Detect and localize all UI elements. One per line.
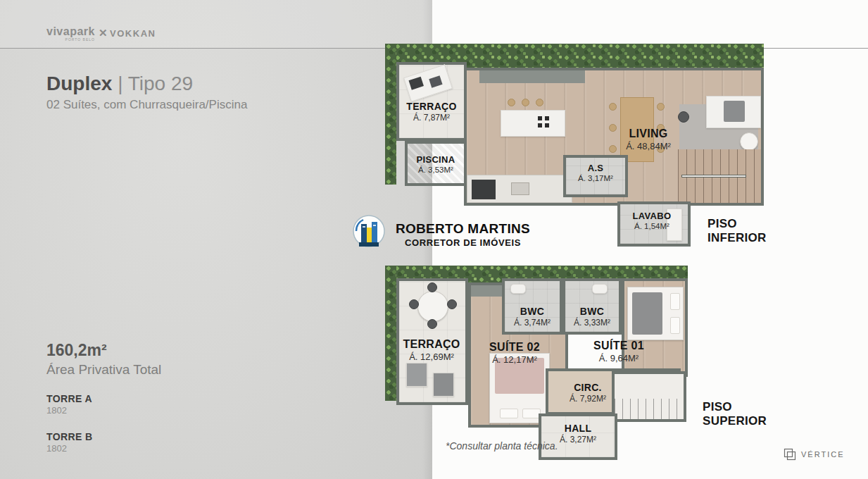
page-title-rest: | Tipo 29: [112, 73, 193, 94]
label-bwc-2: BWC Á. 3,33M²: [562, 306, 622, 328]
label-circ: CIRC. Á. 7,92M²: [553, 382, 623, 404]
vokkan-logo: ✕ VOKKAN: [99, 27, 156, 39]
bed-suite-01: [627, 287, 684, 340]
label-hall: HALL Á. 3,27M²: [539, 423, 617, 444]
staircase-inferior: [678, 149, 761, 203]
vokkan-logo-text: VOKKAN: [110, 28, 156, 39]
planter-strip-left: [385, 44, 396, 185]
private-area-label: Área Privativa Total: [46, 362, 161, 378]
label-terraco-superior: TERRAÇO Á. 12,69M²: [392, 339, 471, 362]
label-bwc-1: BWC Á. 3,74M²: [502, 306, 562, 328]
toilet: [592, 284, 608, 294]
lounge-chair: [406, 363, 427, 387]
armchair: [678, 111, 689, 123]
page-title: Duplex | Tipo 29: [46, 73, 247, 95]
sofa: [706, 96, 761, 128]
lounge-chair: [433, 373, 454, 397]
label-lavabo: LAVABO Á. 1,54M²: [613, 211, 691, 230]
side-table: [740, 132, 758, 151]
page-subtitle: 02 Suítes, com Churrasqueira/Piscina: [46, 98, 247, 112]
stool: [508, 99, 515, 106]
tower-b-name: TORRE B: [46, 431, 161, 442]
page-title-main: Duplex: [46, 73, 112, 94]
label-living: LIVING Á. 48,84M²: [596, 128, 700, 151]
lounger-furniture: [403, 64, 453, 101]
kitchen-counter-top: [479, 70, 585, 83]
vokkan-x-icon: ✕: [99, 27, 108, 39]
stool: [536, 99, 543, 106]
label-as: A.S Á. 3,17M²: [563, 163, 628, 182]
vertice-logo: VÉRTICE: [784, 448, 844, 461]
piso-superior-label: PISO SUPERIOR: [703, 400, 767, 428]
tower-b: TORRE B 1802: [46, 431, 161, 454]
info-block: 160,2m² Área Privativa Total TORRE A 180…: [46, 341, 161, 454]
kitchen-island: [501, 110, 565, 137]
planter-strip-left: [385, 266, 396, 401]
toilet: [510, 284, 526, 294]
vivapark-logo-subtext: Porto Belo: [46, 37, 95, 42]
kitchen-sink-counter: [467, 175, 572, 203]
terrace-chair: [447, 299, 457, 309]
vertice-logo-text: VÉRTICE: [801, 450, 844, 459]
staircase-landing: [681, 175, 746, 178]
floor-plan-piso-superior: TERRAÇO Á. 12,69M² BWC Á. 3,74M² BWC Á. …: [385, 266, 688, 460]
piso-inferior-label: PISO INFERIOR: [707, 217, 767, 244]
vivapark-logo-text: vivapark: [46, 25, 95, 37]
tower-a: TORRE A 1802: [46, 393, 161, 416]
dining-chair: [657, 103, 665, 111]
label-terraco-inferior: TERRAÇO Á. 7,87M²: [396, 101, 467, 123]
terrace-chair: [427, 319, 437, 329]
terrace-chair: [427, 282, 437, 292]
title-block: Duplex | Tipo 29 02 Suítes, com Churrasq…: [46, 73, 247, 112]
dining-chair: [609, 103, 617, 111]
terrace-chair: [409, 299, 419, 309]
tower-a-unit: 1802: [46, 405, 161, 416]
terrace-round-table: [417, 291, 448, 322]
private-area-value: 160,2m²: [46, 341, 161, 360]
label-suite-02: SUÍTE 02 Á. 12,17M²: [465, 342, 564, 365]
broker-buildings-icon: [352, 213, 386, 251]
tower-a-name: TORRE A: [46, 393, 161, 404]
page: vivapark Porto Belo ✕ VOKKAN Duplex | Ti…: [0, 0, 868, 479]
label-piscina: PISCINA Á. 3,53M²: [405, 155, 467, 174]
label-suite-01: SUÍTE 01 Á. 9,64M²: [579, 340, 658, 363]
vertice-squares-icon: [784, 448, 796, 461]
stool: [522, 99, 529, 106]
vivapark-logo: vivapark Porto Belo: [46, 25, 95, 42]
tower-b-unit: 1802: [46, 443, 161, 454]
